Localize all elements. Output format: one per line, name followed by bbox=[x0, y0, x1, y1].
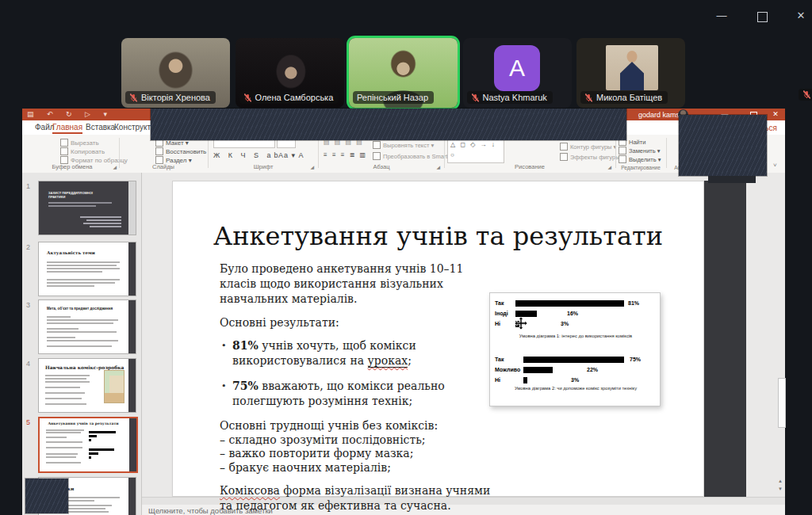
thumb-edge-bar bbox=[128, 359, 136, 412]
participant-name: Nastya Khmaruk bbox=[483, 93, 547, 102]
thumb-text-line bbox=[48, 202, 112, 204]
maximize-icon[interactable] bbox=[757, 12, 768, 22]
thumb-text-line bbox=[46, 447, 82, 448]
replace-button[interactable]: Заменить ▾ bbox=[619, 147, 661, 154]
participant-name-badge: Олена Самборська bbox=[239, 91, 339, 104]
next-slide-icon[interactable]: ▼ bbox=[775, 486, 786, 491]
chart-category-label: Іноді bbox=[495, 311, 508, 316]
move-cursor-icon bbox=[515, 317, 527, 330]
thumb-text-line bbox=[47, 268, 120, 269]
chart-category-label: Ні bbox=[495, 321, 500, 326]
participant-name-badge-partial bbox=[799, 89, 812, 101]
slide-thumbnail[interactable]: Мета, об’єкт та предмет дослідження bbox=[38, 299, 136, 354]
ribbon-group-font: Ж К Ч S ab Aa ▾ А Шрифт ◢ bbox=[212, 135, 315, 172]
intro-paragraph: Було проведено анкетування учнів 10–11 к… bbox=[220, 261, 496, 307]
dialog-launcher-icon[interactable]: ◢ bbox=[436, 164, 440, 170]
slide-body-text[interactable]: Було проведено анкетування учнів 10–11 к… bbox=[220, 261, 496, 513]
cut-button[interactable]: Вырезать bbox=[60, 139, 99, 147]
vertical-scrollbar-thumb[interactable] bbox=[778, 378, 786, 428]
thumb-edge-bar bbox=[128, 181, 136, 235]
chart-category-label: Так bbox=[495, 357, 504, 362]
slide-thumbnail-selected[interactable]: Анкетування учнів та результати bbox=[38, 417, 138, 473]
thumb-text-line bbox=[45, 387, 80, 388]
survey-chart-object[interactable]: Так81%Іноді16%Ні3%Умовна діаграма 1: інт… bbox=[489, 292, 661, 406]
conclusion-paragraph: Коміксова форма візуалізації визнана учн… bbox=[220, 483, 496, 513]
thumb-text-line bbox=[46, 432, 81, 433]
floating-overlay-panel bbox=[679, 115, 767, 176]
thumb-text-line bbox=[47, 279, 120, 280]
align-text-button[interactable]: Выровнять текст ▾ bbox=[373, 141, 434, 149]
minimize-icon[interactable]: — bbox=[714, 10, 730, 21]
thumb-text-line bbox=[83, 223, 121, 224]
thumb-text-line bbox=[47, 282, 115, 284]
slide-thumbnail[interactable]: Актуальність теми bbox=[38, 242, 136, 296]
chart-category-label: Так bbox=[495, 300, 504, 306]
chart-value-label: 22% bbox=[587, 367, 598, 372]
chart-row: Можливо22% bbox=[495, 365, 657, 376]
thumb-text-line bbox=[47, 322, 113, 324]
participant-video-tile[interactable]: Олена Самборська bbox=[236, 38, 344, 108]
chart-value-label: 81% bbox=[628, 300, 639, 306]
thumb-text-line bbox=[47, 319, 118, 321]
participant-video-tile[interactable]: A Nastya Khmaruk bbox=[463, 38, 572, 108]
slide-title[interactable]: Анкетування учнів та результати bbox=[173, 221, 703, 251]
thumb-text-line bbox=[47, 340, 118, 341]
thumb-text-line bbox=[45, 381, 90, 383]
tab-insert[interactable]: Вставка bbox=[86, 123, 115, 132]
previous-slide-icon[interactable]: ▲ bbox=[775, 479, 786, 483]
chart-value-label: 75% bbox=[630, 357, 641, 362]
dialog-launcher-icon[interactable]: ◢ bbox=[607, 164, 611, 170]
reset-button[interactable]: Восстановить bbox=[155, 147, 206, 155]
align-buttons[interactable]: ≡ ≡ ≡ ≣ ▥ bbox=[324, 151, 367, 158]
thumb-text-line bbox=[48, 205, 96, 207]
thumb-chart-bar bbox=[89, 452, 98, 455]
thumb-text-line bbox=[46, 441, 82, 443]
dark-side-panel bbox=[704, 181, 746, 497]
tab-home[interactable]: Главная bbox=[52, 123, 82, 134]
dialog-launcher-icon[interactable]: ◢ bbox=[310, 164, 314, 170]
chart-category-label: Можливо bbox=[495, 367, 520, 372]
thumb-text-line bbox=[47, 261, 120, 263]
thumb-chart-bar bbox=[89, 435, 97, 437]
chart-row: Так81% bbox=[495, 299, 657, 309]
participant-name-badge: Репінський Назар bbox=[353, 91, 434, 104]
shape-outline-button[interactable]: Контур фигуры ▾ bbox=[560, 143, 616, 151]
select-button[interactable]: Выделить ▾ bbox=[619, 155, 661, 163]
tab-file[interactable]: Файл bbox=[35, 123, 55, 132]
chart-category-label: Ні bbox=[495, 377, 500, 383]
shapes-gallery[interactable]: △ ◻ ◇ → ↓ ○ ☆ ( ) { } ~ bbox=[447, 138, 504, 163]
slide-number: 5 bbox=[26, 418, 30, 426]
thumb-text-line bbox=[46, 462, 81, 464]
ribbon-group-drawing: △ ◻ ◇ → ↓ ○ ☆ ( ) { } ~ Упорядочить ▾ Эк… bbox=[447, 135, 612, 172]
chart-bar bbox=[515, 300, 624, 307]
avatar bbox=[606, 45, 658, 90]
thumb-chart-bar bbox=[89, 456, 91, 459]
participant-name: Олена Самборська bbox=[255, 93, 334, 102]
thumb-text-line bbox=[47, 271, 102, 273]
font-style-buttons[interactable]: Ж К Ч S ab bbox=[213, 151, 282, 159]
active-speaker-tile[interactable]: Репінський Назар bbox=[349, 38, 458, 108]
thumb-text-line bbox=[86, 219, 121, 221]
participant-video-tile[interactable]: Вікторія Хренова bbox=[121, 38, 230, 108]
thumb-text-line bbox=[45, 378, 86, 380]
thumb-text-line bbox=[90, 226, 121, 227]
chart-value-label: 3% bbox=[571, 377, 579, 383]
dialog-launcher-icon[interactable]: ◢ bbox=[113, 164, 117, 170]
close-icon[interactable]: ✕ bbox=[793, 10, 809, 21]
ppt-close-icon[interactable]: ✕ bbox=[769, 110, 782, 118]
quick-access-toolbar[interactable]: ▤ ↶ ↻ ▷ ▾ bbox=[27, 110, 113, 118]
thumb-text-line bbox=[46, 453, 78, 455]
slide-number: 3 bbox=[26, 301, 30, 309]
slide-thumbnail[interactable]: ЗАХИСТ ПЕРЕДДИПЛОМНОЇ ПРАКТИКИ bbox=[38, 181, 136, 235]
thumb-text-line bbox=[47, 331, 117, 333]
floating-overlay-panel bbox=[151, 109, 626, 140]
participant-video-tile[interactable]: Микола Батіщев bbox=[576, 38, 685, 108]
avatar: A bbox=[494, 45, 540, 91]
muted-mic-icon bbox=[471, 93, 480, 102]
font-more-buttons[interactable]: Aa ▾ А bbox=[278, 151, 304, 159]
copy-button[interactable]: Копировать bbox=[60, 147, 105, 155]
slide-thumbnail[interactable]: Навчальна комікс-розробка bbox=[38, 358, 136, 413]
thumb-chart-bar bbox=[89, 448, 114, 451]
ribbon-collapse-icon[interactable]: ˅ bbox=[773, 162, 777, 169]
results-list: 81% учнів хочуть, щоб комікси використов… bbox=[220, 338, 496, 409]
